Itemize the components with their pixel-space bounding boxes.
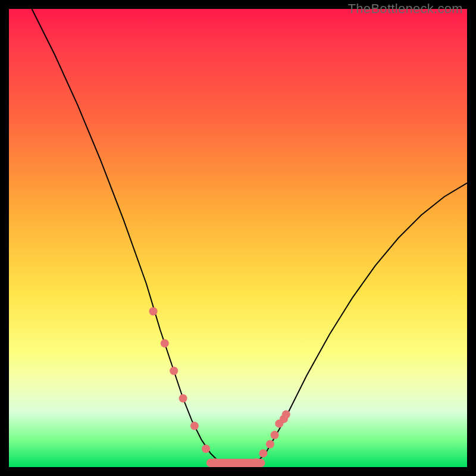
marker-dot [282, 411, 290, 419]
marker-dot [161, 339, 169, 347]
marker-dot [234, 459, 242, 467]
marker-dot [179, 394, 187, 403]
marker-dot [259, 449, 267, 458]
marker-dot [190, 422, 199, 430]
marker-dot [211, 458, 220, 466]
marker-dot [243, 459, 251, 467]
marker-dot [271, 431, 279, 439]
bottleneck-curve [32, 9, 468, 467]
bottleneck-plot [9, 9, 467, 467]
highlight-points [149, 307, 290, 467]
marker-dot [252, 458, 261, 466]
marker-dot [149, 307, 158, 315]
marker-dot [170, 367, 178, 375]
marker-dot [266, 440, 274, 449]
chart-canvas [9, 9, 467, 467]
marker-dot [202, 444, 210, 453]
watermark-text: TheBottleneck.com [348, 1, 463, 17]
